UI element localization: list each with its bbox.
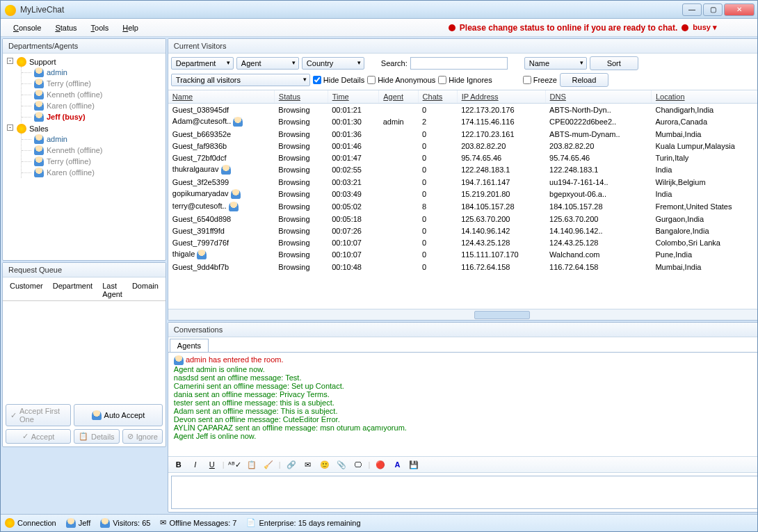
horizontal-scrollbar[interactable] bbox=[168, 309, 758, 320]
column-header[interactable]: Name bbox=[168, 90, 274, 104]
sort-button[interactable]: Sort bbox=[590, 56, 638, 70]
agent-item[interactable]: Karen (offline) bbox=[34, 100, 163, 111]
column-header[interactable]: Chats bbox=[418, 90, 457, 104]
agent-item[interactable]: Karen (offline) bbox=[34, 167, 163, 178]
log-line: Devon sent an offline message: CuteEdito… bbox=[174, 415, 758, 424]
hide-anonymous-checkbox[interactable]: Hide Anonymous bbox=[367, 76, 435, 84]
clear-icon[interactable]: 🧹 bbox=[262, 458, 275, 471]
table-row[interactable]: Adam@cutesoft.. Browsing00:01:30admin217… bbox=[168, 115, 758, 128]
table-row[interactable]: Guest_038945dfBrowsing00:01:210122.173.2… bbox=[168, 104, 758, 116]
table-row[interactable]: Guest_3f2e5399Browsing00:03:210194.7.161… bbox=[168, 176, 758, 188]
paste-icon[interactable]: 📋 bbox=[245, 458, 258, 471]
menu-status[interactable]: Status bbox=[48, 21, 83, 35]
agent-item[interactable]: admin bbox=[34, 134, 163, 145]
auto-accept-button[interactable]: Auto Accept bbox=[74, 404, 163, 426]
table-row[interactable]: Guest_72bf0dcfBrowsing00:01:47095.74.65.… bbox=[168, 152, 758, 163]
hide-ignores-checkbox[interactable]: Hide Ignores bbox=[438, 76, 492, 84]
column-header[interactable]: Status bbox=[274, 90, 328, 104]
agent-item[interactable]: Terry (offline) bbox=[34, 78, 163, 89]
underline-icon[interactable]: U bbox=[206, 458, 218, 471]
column-header[interactable]: Time bbox=[328, 90, 379, 104]
menu-tools[interactable]: Tools bbox=[84, 21, 116, 35]
smiley-icon[interactable]: 🙂 bbox=[318, 458, 331, 471]
table-row[interactable]: Guest_b669352eBrowsing00:01:360122.170.2… bbox=[168, 128, 758, 140]
agent-icon bbox=[34, 79, 44, 88]
agent-icon bbox=[92, 410, 102, 420]
attachment-icon[interactable]: 📎 bbox=[335, 458, 348, 471]
column-header[interactable]: Agent bbox=[379, 90, 418, 104]
table-row[interactable]: Guest_faf9836bBrowsing00:01:460203.82.82… bbox=[168, 140, 758, 152]
table-row[interactable]: terry@cutesoft.. Browsing00:05:028184.10… bbox=[168, 200, 758, 213]
status-dot-icon bbox=[682, 24, 688, 31]
italic-icon[interactable]: I bbox=[189, 458, 202, 471]
table-row[interactable]: gopikumaryadav Browsing00:03:49015.219.2… bbox=[168, 188, 758, 200]
departments-header: Departments/Agents bbox=[3, 39, 166, 54]
screenshot-icon[interactable]: 🖵 bbox=[352, 458, 364, 471]
menu-help[interactable]: Help bbox=[115, 21, 145, 35]
tree-expand-icon[interactable]: - bbox=[7, 124, 13, 131]
minimize-button[interactable]: — bbox=[682, 3, 702, 16]
table-row[interactable]: Guest_7997d76fBrowsing00:10:070124.43.25… bbox=[168, 236, 758, 248]
message-input[interactable] bbox=[171, 476, 758, 509]
connection-status[interactable]: Connection bbox=[5, 518, 56, 528]
department-name[interactable]: Support bbox=[29, 58, 56, 66]
email-icon[interactable]: ✉ bbox=[302, 458, 314, 471]
agent-name: Karen (offline) bbox=[47, 168, 95, 177]
agent-item[interactable]: Terry (offline) bbox=[34, 156, 163, 167]
log-line: admin has entered the room. bbox=[174, 355, 758, 365]
queue-column[interactable]: Last Agent bbox=[97, 280, 127, 300]
statusbar: Connection Jeff Visitors: 65 ✉ Offline M… bbox=[1, 514, 757, 531]
tree-expand-icon[interactable]: - bbox=[7, 58, 13, 64]
hide-details-checkbox[interactable]: Hide Details bbox=[313, 76, 364, 84]
agent-icon bbox=[34, 90, 44, 99]
queue-column[interactable]: Department bbox=[48, 280, 97, 300]
save-icon[interactable]: 💾 bbox=[408, 458, 420, 471]
visitors-table-wrap[interactable]: NameStatusTimeAgentChatsIP AddressDNSLoc… bbox=[168, 90, 758, 309]
link-icon[interactable]: 🔗 bbox=[285, 458, 298, 471]
table-row[interactable]: Guest_6540d898Browsing00:05:180125.63.70… bbox=[168, 213, 758, 225]
table-row[interactable]: Guest_9dd4bf7bBrowsing00:10:480116.72.64… bbox=[168, 261, 758, 273]
bold-icon[interactable]: B bbox=[172, 458, 185, 471]
font-icon[interactable]: A bbox=[391, 458, 403, 471]
queue-column[interactable]: Domain bbox=[127, 280, 163, 300]
log-line: AYLİN ÇAPARAZ sent an offline message: m… bbox=[174, 424, 758, 432]
agents-tree[interactable]: -SupportadminTerry (offline)Kenneth (off… bbox=[3, 54, 166, 260]
name-combo[interactable]: Name bbox=[524, 57, 587, 70]
table-row[interactable]: thigale Browsing00:10:070115.111.107.170… bbox=[168, 248, 758, 261]
accept-button[interactable]: ✓ Accept bbox=[6, 429, 71, 444]
agent-name: Terry (offline) bbox=[47, 157, 91, 166]
accept-first-button[interactable]: ✓ Accept First One bbox=[6, 404, 71, 426]
tracking-combo[interactable]: Tracking all visitors bbox=[171, 74, 310, 86]
freeze-checkbox[interactable]: Freeze bbox=[523, 76, 557, 84]
column-header[interactable]: DNS bbox=[545, 90, 651, 104]
agent-name: Kenneth (offline) bbox=[47, 146, 103, 154]
details-button[interactable]: 📋 Details bbox=[74, 429, 120, 444]
window-title: MyLiveChat bbox=[3, 5, 682, 15]
maximize-button[interactable]: ▢ bbox=[703, 3, 723, 16]
agents-tab[interactable]: Agents bbox=[170, 339, 209, 352]
agent-combo[interactable]: Agent bbox=[236, 57, 299, 70]
status-dropdown[interactable]: busy ▾ bbox=[693, 23, 717, 32]
queue-column[interactable]: Customer bbox=[5, 280, 48, 300]
close-button[interactable]: ✕ bbox=[724, 3, 755, 16]
department-icon bbox=[17, 57, 26, 67]
table-row[interactable]: Guest_391ff9fdBrowsing00:07:26014.140.96… bbox=[168, 225, 758, 236]
agent-item[interactable]: Kenneth (offline) bbox=[34, 145, 163, 156]
search-input[interactable] bbox=[410, 57, 508, 70]
color-icon[interactable]: 🔴 bbox=[374, 458, 387, 471]
agent-item[interactable]: Kenneth (offline) bbox=[34, 89, 163, 100]
department-name[interactable]: Sales bbox=[29, 124, 49, 133]
agent-item[interactable]: admin bbox=[34, 67, 163, 78]
editor-toolbar: B I U | ᴬᴮ✓ 📋 🧹 | 🔗 ✉ 🙂 📎 🖵 | 🔴 A bbox=[168, 456, 758, 473]
menu-console[interactable]: Console bbox=[6, 21, 48, 35]
reload-button[interactable]: Reload bbox=[560, 73, 608, 87]
country-combo[interactable]: Country bbox=[302, 57, 364, 70]
ignore-button[interactable]: ⊘ Ignore bbox=[122, 429, 163, 444]
department-combo[interactable]: Department bbox=[171, 57, 234, 70]
column-header[interactable]: IP Address bbox=[457, 90, 545, 104]
column-header[interactable]: Location bbox=[651, 90, 758, 104]
table-row[interactable]: thukralgaurav Browsing00:02:550122.248.1… bbox=[168, 163, 758, 176]
agent-item[interactable]: Jeff (busy) bbox=[34, 111, 163, 122]
agent-name: Kenneth (offline) bbox=[47, 90, 103, 99]
spellcheck-icon[interactable]: ᴬᴮ✓ bbox=[229, 458, 241, 471]
